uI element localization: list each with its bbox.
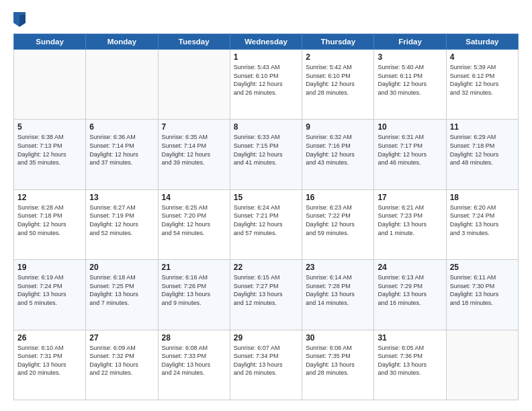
calendar-cell: 24Sunrise: 6:13 AMSunset: 7:29 PMDayligh… bbox=[374, 260, 446, 330]
cell-content: Sunrise: 6:33 AMSunset: 7:15 PMDaylight:… bbox=[234, 133, 298, 167]
calendar-cell bbox=[86, 50, 158, 120]
day-number: 23 bbox=[306, 263, 370, 272]
day-number: 16 bbox=[306, 193, 370, 202]
calendar-cell: 18Sunrise: 6:20 AMSunset: 7:24 PMDayligh… bbox=[446, 189, 518, 259]
weekday-header: Friday bbox=[374, 34, 446, 50]
cell-content: Sunrise: 6:28 AMSunset: 7:18 PMDaylight:… bbox=[17, 203, 82, 237]
calendar-cell: 30Sunrise: 6:06 AMSunset: 7:35 PMDayligh… bbox=[302, 330, 374, 400]
calendar-cell: 13Sunrise: 6:27 AMSunset: 7:19 PMDayligh… bbox=[86, 189, 158, 259]
day-number: 13 bbox=[89, 193, 154, 202]
calendar-week-row: 5Sunrise: 6:38 AMSunset: 7:13 PMDaylight… bbox=[14, 120, 519, 189]
calendar-week-row: 12Sunrise: 6:28 AMSunset: 7:18 PMDayligh… bbox=[14, 189, 519, 259]
calendar-cell bbox=[158, 50, 230, 120]
day-number: 10 bbox=[378, 122, 442, 132]
cell-content: Sunrise: 6:14 AMSunset: 7:28 PMDaylight:… bbox=[306, 273, 370, 307]
svg-marker-1 bbox=[19, 15, 26, 27]
cell-content: Sunrise: 6:31 AMSunset: 7:17 PMDaylight:… bbox=[378, 133, 442, 167]
day-number: 30 bbox=[306, 333, 370, 342]
page: SundayMondayTuesdayWednesdayThursdayFrid… bbox=[0, 0, 532, 411]
day-number: 18 bbox=[450, 193, 515, 202]
calendar-week-row: 1Sunrise: 5:43 AMSunset: 6:10 PMDaylight… bbox=[14, 50, 519, 120]
calendar-cell: 8Sunrise: 6:33 AMSunset: 7:15 PMDaylight… bbox=[230, 120, 302, 189]
weekday-header-row: SundayMondayTuesdayWednesdayThursdayFrid… bbox=[14, 34, 519, 50]
day-number: 12 bbox=[17, 193, 82, 202]
calendar-cell: 22Sunrise: 6:15 AMSunset: 7:27 PMDayligh… bbox=[230, 260, 302, 330]
day-number: 7 bbox=[162, 122, 226, 132]
calendar-cell: 14Sunrise: 6:25 AMSunset: 7:20 PMDayligh… bbox=[158, 189, 230, 259]
day-number: 28 bbox=[162, 333, 226, 342]
cell-content: Sunrise: 6:24 AMSunset: 7:21 PMDaylight:… bbox=[234, 203, 298, 237]
day-number: 11 bbox=[450, 122, 515, 132]
cell-content: Sunrise: 6:07 AMSunset: 7:34 PMDaylight:… bbox=[234, 344, 298, 377]
day-number: 2 bbox=[306, 52, 370, 62]
day-number: 6 bbox=[89, 122, 154, 132]
calendar-cell: 1Sunrise: 5:43 AMSunset: 6:10 PMDaylight… bbox=[230, 50, 302, 120]
calendar-cell: 4Sunrise: 5:39 AMSunset: 6:12 PMDaylight… bbox=[446, 50, 518, 120]
day-number: 20 bbox=[89, 263, 154, 272]
calendar-week-row: 26Sunrise: 6:10 AMSunset: 7:31 PMDayligh… bbox=[14, 330, 519, 400]
cell-content: Sunrise: 6:18 AMSunset: 7:25 PMDaylight:… bbox=[89, 273, 154, 307]
cell-content: Sunrise: 6:23 AMSunset: 7:22 PMDaylight:… bbox=[306, 203, 370, 237]
cell-content: Sunrise: 6:21 AMSunset: 7:23 PMDaylight:… bbox=[378, 203, 442, 237]
cell-content: Sunrise: 6:32 AMSunset: 7:16 PMDaylight:… bbox=[306, 133, 370, 167]
day-number: 31 bbox=[378, 333, 442, 342]
day-number: 24 bbox=[378, 263, 442, 272]
cell-content: Sunrise: 6:29 AMSunset: 7:18 PMDaylight:… bbox=[450, 133, 515, 167]
day-number: 17 bbox=[378, 193, 442, 202]
calendar-cell bbox=[446, 330, 518, 400]
calendar-cell: 31Sunrise: 6:05 AMSunset: 7:36 PMDayligh… bbox=[374, 330, 446, 400]
calendar-cell: 6Sunrise: 6:36 AMSunset: 7:14 PMDaylight… bbox=[86, 120, 158, 189]
cell-content: Sunrise: 6:27 AMSunset: 7:19 PMDaylight:… bbox=[89, 203, 154, 237]
day-number: 26 bbox=[17, 333, 82, 342]
cell-content: Sunrise: 6:08 AMSunset: 7:33 PMDaylight:… bbox=[162, 344, 226, 377]
calendar-cell: 12Sunrise: 6:28 AMSunset: 7:18 PMDayligh… bbox=[14, 189, 86, 259]
day-number: 29 bbox=[234, 333, 298, 342]
day-number: 3 bbox=[378, 52, 442, 62]
cell-content: Sunrise: 6:06 AMSunset: 7:35 PMDaylight:… bbox=[306, 344, 370, 377]
day-number: 21 bbox=[162, 263, 226, 272]
cell-content: Sunrise: 6:09 AMSunset: 7:32 PMDaylight:… bbox=[89, 344, 154, 377]
weekday-header: Wednesday bbox=[230, 34, 302, 50]
cell-content: Sunrise: 6:11 AMSunset: 7:30 PMDaylight:… bbox=[450, 273, 515, 307]
cell-content: Sunrise: 5:40 AMSunset: 6:11 PMDaylight:… bbox=[378, 63, 442, 97]
calendar-cell: 16Sunrise: 6:23 AMSunset: 7:22 PMDayligh… bbox=[302, 189, 374, 259]
cell-content: Sunrise: 6:10 AMSunset: 7:31 PMDaylight:… bbox=[17, 344, 82, 377]
calendar-cell: 27Sunrise: 6:09 AMSunset: 7:32 PMDayligh… bbox=[86, 330, 158, 400]
calendar-week-row: 19Sunrise: 6:19 AMSunset: 7:24 PMDayligh… bbox=[14, 260, 519, 330]
day-number: 4 bbox=[450, 52, 515, 62]
day-number: 19 bbox=[17, 263, 82, 272]
calendar-cell: 19Sunrise: 6:19 AMSunset: 7:24 PMDayligh… bbox=[14, 260, 86, 330]
calendar-cell: 26Sunrise: 6:10 AMSunset: 7:31 PMDayligh… bbox=[14, 330, 86, 400]
cell-content: Sunrise: 5:42 AMSunset: 6:10 PMDaylight:… bbox=[306, 63, 370, 97]
weekday-header: Monday bbox=[86, 34, 158, 50]
cell-content: Sunrise: 6:13 AMSunset: 7:29 PMDaylight:… bbox=[378, 273, 442, 307]
calendar-cell: 20Sunrise: 6:18 AMSunset: 7:25 PMDayligh… bbox=[86, 260, 158, 330]
calendar-cell: 25Sunrise: 6:11 AMSunset: 7:30 PMDayligh… bbox=[446, 260, 518, 330]
logo-icon bbox=[13, 12, 26, 27]
cell-content: Sunrise: 6:20 AMSunset: 7:24 PMDaylight:… bbox=[450, 203, 515, 237]
calendar-cell: 17Sunrise: 6:21 AMSunset: 7:23 PMDayligh… bbox=[374, 189, 446, 259]
calendar-cell: 10Sunrise: 6:31 AMSunset: 7:17 PMDayligh… bbox=[374, 120, 446, 189]
calendar-cell: 23Sunrise: 6:14 AMSunset: 7:28 PMDayligh… bbox=[302, 260, 374, 330]
cell-content: Sunrise: 5:39 AMSunset: 6:12 PMDaylight:… bbox=[450, 63, 515, 97]
day-number: 14 bbox=[162, 193, 226, 202]
weekday-header: Tuesday bbox=[158, 34, 230, 50]
cell-content: Sunrise: 6:25 AMSunset: 7:20 PMDaylight:… bbox=[162, 203, 226, 237]
cell-content: Sunrise: 6:35 AMSunset: 7:14 PMDaylight:… bbox=[162, 133, 226, 167]
cell-content: Sunrise: 6:15 AMSunset: 7:27 PMDaylight:… bbox=[234, 273, 298, 307]
day-number: 25 bbox=[450, 263, 515, 272]
calendar-cell: 29Sunrise: 6:07 AMSunset: 7:34 PMDayligh… bbox=[230, 330, 302, 400]
cell-content: Sunrise: 5:43 AMSunset: 6:10 PMDaylight:… bbox=[234, 63, 298, 97]
day-number: 9 bbox=[306, 122, 370, 132]
day-number: 22 bbox=[234, 263, 298, 272]
weekday-header: Saturday bbox=[446, 34, 518, 50]
cell-content: Sunrise: 6:19 AMSunset: 7:24 PMDaylight:… bbox=[17, 273, 82, 307]
cell-content: Sunrise: 6:36 AMSunset: 7:14 PMDaylight:… bbox=[89, 133, 154, 167]
weekday-header: Sunday bbox=[14, 34, 86, 50]
calendar-cell: 11Sunrise: 6:29 AMSunset: 7:18 PMDayligh… bbox=[446, 120, 518, 189]
calendar-cell: 9Sunrise: 6:32 AMSunset: 7:16 PMDaylight… bbox=[302, 120, 374, 189]
calendar-cell: 2Sunrise: 5:42 AMSunset: 6:10 PMDaylight… bbox=[302, 50, 374, 120]
calendar-cell: 5Sunrise: 6:38 AMSunset: 7:13 PMDaylight… bbox=[14, 120, 86, 189]
calendar-cell: 28Sunrise: 6:08 AMSunset: 7:33 PMDayligh… bbox=[158, 330, 230, 400]
cell-content: Sunrise: 6:16 AMSunset: 7:26 PMDaylight:… bbox=[162, 273, 226, 307]
